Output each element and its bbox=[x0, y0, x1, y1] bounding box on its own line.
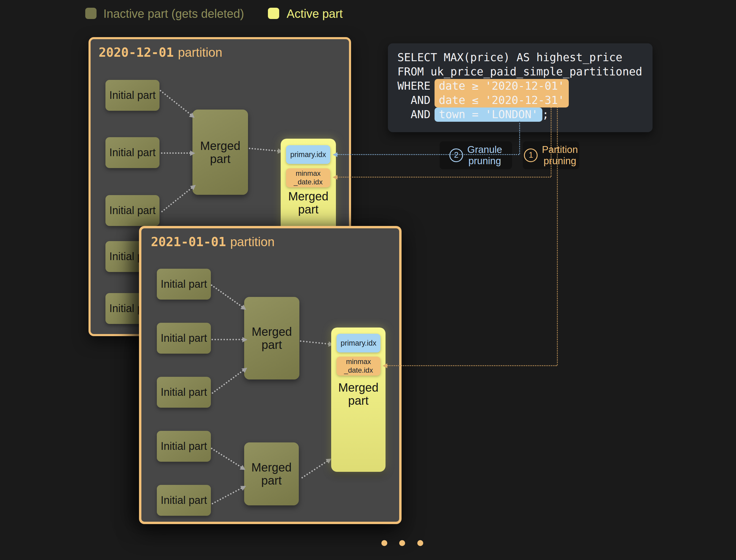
sql-keyword: WHERE bbox=[398, 79, 431, 93]
legend-inactive-label: Inactive part (gets deleted) bbox=[103, 7, 244, 21]
initial-part: Initial part bbox=[157, 323, 211, 354]
partition-word-2: pruning bbox=[544, 155, 576, 166]
minmax-line1: minmax bbox=[295, 169, 320, 178]
sql-query-box: SELECT MAX(price) AS highest_price FROM … bbox=[388, 43, 653, 132]
arrowhead-icon bbox=[333, 175, 337, 180]
initial-part: Initial part bbox=[157, 485, 211, 516]
merge-arrow bbox=[211, 339, 243, 340]
granule-word-2: pruning bbox=[469, 155, 501, 166]
sql-terminator: ; bbox=[542, 108, 549, 121]
legend-inactive-swatch bbox=[85, 8, 96, 19]
initial-part: Initial part bbox=[157, 377, 211, 408]
initial-part: Initial part bbox=[105, 195, 159, 226]
sql-line-where: WHEREdate ≥ '2020-12-01' bbox=[398, 79, 653, 93]
pagination-dot-3[interactable] bbox=[417, 540, 423, 546]
minmax-line2: _date.idx bbox=[344, 366, 373, 375]
sql-line-and-1: ANDdate ≤ '2020-12-31' bbox=[398, 93, 653, 107]
sql-line-select: SELECT MAX(price) AS highest_price bbox=[398, 50, 653, 65]
partition-word: partition bbox=[178, 45, 222, 59]
legend-active-label: Active part bbox=[286, 7, 343, 21]
minmax-idx-chip: minmax _date.idx bbox=[286, 168, 330, 187]
pagination-dot-1[interactable] bbox=[382, 540, 387, 546]
minmax-idx-chip: minmax _date.idx bbox=[336, 357, 381, 376]
pagination-dot-2[interactable] bbox=[399, 540, 405, 546]
primary-idx-chip: primary.idx bbox=[286, 145, 330, 164]
partition-pruning-label: Partition pruning bbox=[542, 144, 578, 167]
partition-title-2021-01-01: 2021-01-01partition bbox=[151, 235, 274, 249]
initial-part: Initial part bbox=[105, 137, 159, 168]
partition-word-1: Partition bbox=[542, 144, 578, 155]
sql-date-condition-2: date ≤ '2020-12-31' bbox=[435, 93, 569, 107]
merged-part-label: Merged part bbox=[281, 190, 336, 216]
granule-pruning-badge: 2 Granule pruning bbox=[440, 141, 512, 169]
arrowhead-icon bbox=[333, 152, 337, 157]
sql-keyword: AND bbox=[398, 93, 431, 107]
initial-part: Initial part bbox=[157, 269, 211, 300]
arrowhead-icon bbox=[383, 363, 387, 368]
arrowhead-icon bbox=[242, 337, 247, 342]
minmax-line2: _date.idx bbox=[294, 178, 322, 186]
sql-line-from: FROM uk_price_paid_simple_partitioned bbox=[398, 65, 653, 79]
granule-pruning-connector-vertical bbox=[519, 121, 520, 154]
partition-date: 2020-12-01 bbox=[99, 45, 174, 60]
merged-part-inactive: Merged part bbox=[192, 110, 248, 195]
minmax-line1: minmax bbox=[346, 357, 371, 366]
granule-pruning-label: Granule pruning bbox=[467, 144, 502, 167]
sql-keyword: AND bbox=[398, 107, 431, 122]
initial-part: Initial part bbox=[157, 431, 211, 462]
merged-part-inactive: Merged part bbox=[244, 297, 299, 379]
partition-pruning-connector-to-minmax-idx-2 bbox=[387, 365, 557, 366]
sql-town-condition: town = 'LONDON' bbox=[435, 107, 542, 122]
partition-date: 2021-01-01 bbox=[151, 235, 226, 249]
merged-part-inactive: Merged part bbox=[244, 442, 299, 505]
partition-word: partition bbox=[230, 235, 274, 249]
partition-title-2020-12-01: 2020-12-01partition bbox=[99, 45, 222, 60]
partition-pruning-connector-vertical-1 bbox=[551, 107, 552, 177]
arrowhead-icon bbox=[190, 151, 195, 156]
initial-part: Initial part bbox=[105, 80, 159, 111]
partition-pruning-connector-vertical-2 bbox=[557, 107, 558, 365]
sql-date-condition-1: date ≥ '2020-12-01' bbox=[435, 79, 569, 93]
merge-arrow bbox=[161, 152, 191, 154]
legend-active-swatch bbox=[268, 8, 279, 19]
step-2-circle-icon: 2 bbox=[450, 148, 463, 162]
granule-word-1: Granule bbox=[467, 144, 502, 155]
merged-part-active: primary.idx minmax _date.idx Merged part bbox=[331, 328, 386, 472]
granule-pruning-connector-to-primary-idx bbox=[337, 154, 519, 155]
merged-part-label: Merged part bbox=[331, 381, 386, 407]
primary-idx-chip: primary.idx bbox=[336, 334, 381, 352]
diagram-canvas: Inactive part (gets deleted) Active part… bbox=[0, 0, 736, 560]
step-1-circle-icon: 1 bbox=[524, 148, 538, 162]
partition-pruning-connector-to-minmax-idx-1 bbox=[337, 177, 551, 178]
sql-line-and-2: ANDtown = 'LONDON'; bbox=[398, 107, 653, 122]
